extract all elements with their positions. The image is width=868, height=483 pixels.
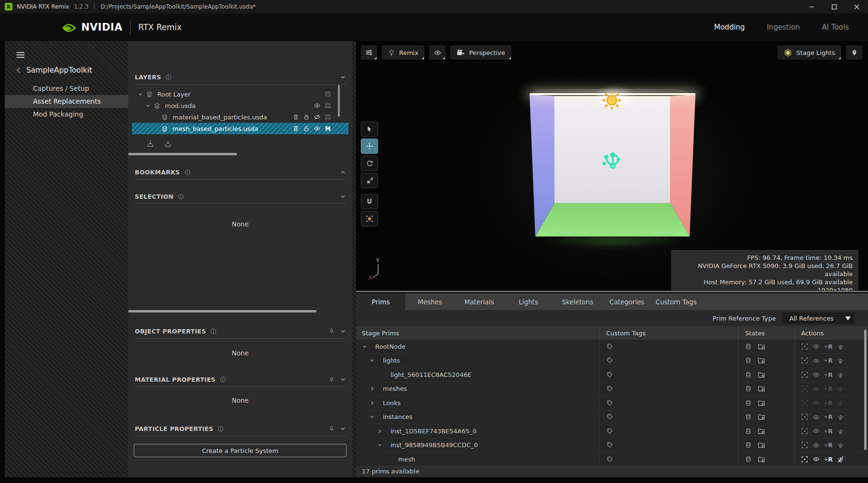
frame-tool-button[interactable] xyxy=(361,211,378,226)
folder-visibility-icon[interactable] xyxy=(758,343,765,350)
toggle-visibility-icon[interactable] xyxy=(813,428,820,434)
tag-icon[interactable] xyxy=(606,399,613,407)
folder-visibility-icon[interactable] xyxy=(758,456,765,463)
visibility-off-icon[interactable] xyxy=(314,114,321,120)
layers-collapse-icon[interactable] xyxy=(340,75,346,80)
add-reference-icon[interactable]: +R xyxy=(824,357,833,364)
folder-visibility-icon[interactable] xyxy=(758,385,765,392)
unlock-icon[interactable] xyxy=(303,125,310,132)
data-state-icon[interactable] xyxy=(745,357,751,364)
waypoint-button[interactable] xyxy=(846,45,862,60)
toggle-visibility-icon[interactable] xyxy=(813,442,820,449)
folder-visibility-icon[interactable] xyxy=(758,428,765,435)
frame-prim-icon[interactable] xyxy=(801,357,808,364)
data-state-icon[interactable] xyxy=(745,371,751,378)
prim-row-inst-1d5bef743be54a65-0[interactable]: inst_1D5BEF743BE54A65_0+R xyxy=(356,424,868,439)
layers-scrollbar[interactable] xyxy=(338,85,340,117)
prim-row-rootnode[interactable]: RootNode+R xyxy=(356,340,868,354)
tab-skeletons[interactable]: Skeletons xyxy=(553,293,602,310)
layer-expand-icon[interactable] xyxy=(138,92,144,97)
tab-prims[interactable]: Prims xyxy=(356,293,405,310)
particles-off-icon[interactable] xyxy=(837,456,844,463)
tab-meshes[interactable]: Meshes xyxy=(405,293,455,310)
add-reference-icon[interactable]: +R xyxy=(824,385,833,392)
save-layer-icon[interactable] xyxy=(325,102,331,109)
data-state-icon[interactable] xyxy=(745,441,751,449)
add-reference-icon[interactable]: +R xyxy=(824,413,833,420)
particles-icon[interactable] xyxy=(837,343,844,350)
delete-layer-icon[interactable] xyxy=(293,125,299,132)
particle-system-gizmo-icon[interactable] xyxy=(600,146,625,171)
tab-custom-tags[interactable]: Custom Tags xyxy=(651,293,701,310)
visibility-icon[interactable] xyxy=(314,102,321,109)
material-properties-collapse-icon[interactable] xyxy=(340,377,346,382)
pin-icon[interactable] xyxy=(329,426,335,432)
delete-layer-icon[interactable] xyxy=(293,114,299,120)
prim-expand-icon[interactable] xyxy=(369,386,376,391)
folder-visibility-icon[interactable] xyxy=(758,441,765,449)
prim-row-looks[interactable]: Looks+R xyxy=(356,396,868,410)
save-layer-icon[interactable] xyxy=(325,114,331,120)
bookmarks-collapse-icon[interactable] xyxy=(340,170,346,175)
add-reference-icon[interactable]: +R xyxy=(824,371,833,378)
nav-tab-ai-tools[interactable]: AI Tools xyxy=(822,23,849,32)
object-properties-collapse-icon[interactable] xyxy=(340,329,346,334)
particles-icon[interactable] xyxy=(837,385,844,392)
toggle-visibility-icon[interactable] xyxy=(813,357,820,364)
maximize-button[interactable] xyxy=(823,0,846,13)
project-title[interactable]: SampleAppToolkit xyxy=(26,66,92,75)
toggle-visibility-icon[interactable] xyxy=(813,414,820,420)
prim-expand-icon[interactable] xyxy=(369,400,376,406)
folder-visibility-icon[interactable] xyxy=(758,399,765,407)
frame-prim-icon[interactable] xyxy=(801,371,808,378)
particles-icon[interactable] xyxy=(837,399,844,407)
data-state-icon[interactable] xyxy=(745,413,751,420)
prim-row-lights[interactable]: lights+R xyxy=(356,354,868,368)
data-state-icon[interactable] xyxy=(745,428,751,435)
tag-icon[interactable] xyxy=(606,371,613,378)
prim-row-instances[interactable]: instances+R xyxy=(356,410,868,425)
snap-tool-button[interactable] xyxy=(361,194,378,209)
prim-row-inst-9858949b5b49ccdc-0[interactable]: inst_9858949B5B49CCDC_0+R xyxy=(356,439,868,453)
layer-expand-icon[interactable] xyxy=(145,103,152,108)
pin-icon[interactable] xyxy=(329,376,335,383)
panel-h-scrollbar[interactable] xyxy=(128,310,316,312)
frame-prim-icon[interactable] xyxy=(801,441,808,449)
toggle-visibility-icon[interactable] xyxy=(813,386,820,392)
render-mode-button[interactable]: Remix xyxy=(382,45,424,60)
tag-icon[interactable] xyxy=(606,456,613,463)
particles-icon[interactable] xyxy=(837,441,844,449)
tab-categories[interactable]: Categories xyxy=(602,293,651,310)
prim-expand-icon[interactable] xyxy=(369,358,376,363)
particles-icon[interactable] xyxy=(837,371,844,378)
add-reference-icon[interactable]: +R xyxy=(824,343,833,350)
stage-lights-button[interactable]: Stage Lights xyxy=(778,45,841,60)
pin-icon[interactable] xyxy=(329,328,335,334)
sidebar-item-mod-packaging[interactable]: Mod Packaging xyxy=(5,108,128,121)
sidebar-item-captures-setup[interactable]: Captures / Setup xyxy=(5,82,128,95)
scale-tool-button[interactable] xyxy=(361,173,378,188)
prim-reference-type-dropdown[interactable]: All References xyxy=(782,312,855,324)
tab-materials[interactable]: Materials xyxy=(455,293,504,310)
layers-h-scrollbar[interactable] xyxy=(128,153,237,155)
particles-icon[interactable] xyxy=(837,357,844,364)
frame-prim-icon[interactable] xyxy=(801,399,808,407)
close-button[interactable] xyxy=(846,0,868,13)
menu-icon[interactable] xyxy=(16,52,128,58)
toggle-visibility-icon[interactable] xyxy=(813,371,820,378)
camera-mode-button[interactable]: Perspective xyxy=(450,45,511,60)
prim-expand-icon[interactable] xyxy=(369,414,376,419)
add-reference-icon[interactable]: +R xyxy=(824,399,833,407)
frame-prim-icon[interactable] xyxy=(801,428,808,435)
minimize-button[interactable] xyxy=(801,0,823,13)
prim-expand-icon[interactable] xyxy=(377,442,384,448)
prim-expand-icon[interactable] xyxy=(377,429,384,434)
layer-row-root-layer[interactable]: Root Layer xyxy=(132,88,348,100)
select-tool-button[interactable] xyxy=(361,121,378,137)
back-chevron-icon[interactable] xyxy=(16,67,21,74)
frame-prim-icon[interactable] xyxy=(801,385,808,392)
dropdown-arrow-icon[interactable] xyxy=(841,312,855,324)
particle-properties-collapse-icon[interactable] xyxy=(340,426,346,431)
folder-visibility-icon[interactable] xyxy=(758,413,765,420)
selection-collapse-icon[interactable] xyxy=(340,194,346,199)
